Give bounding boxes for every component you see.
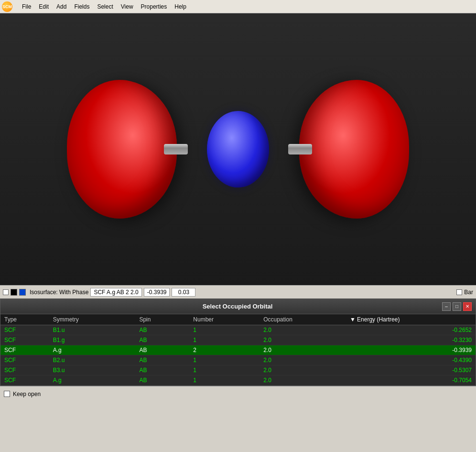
menu-fields[interactable]: Fields [70, 2, 93, 11]
cell-occupation: 2.0 [260, 325, 346, 335]
viewport[interactable] [0, 13, 476, 285]
dialog-titlebar: Select Occupied Orbital – □ ✕ [0, 299, 476, 314]
cell-number: 1 [189, 355, 260, 365]
color-indicator-2 [19, 289, 26, 296]
scf-label: SCF A.g AB 2 2.0 [90, 288, 141, 297]
cell-symmetry: B1.g [49, 335, 136, 345]
cell-spin: AB [135, 355, 189, 365]
isosurface-checkbox[interactable] [3, 289, 9, 295]
color-indicator-1 [11, 289, 17, 296]
cell-energy: -0.3939 [346, 345, 476, 355]
keep-open-label: Keep open [13, 391, 41, 397]
isosurface-label: Isosurface: With Phase [30, 289, 88, 296]
cell-type: SCF [0, 355, 49, 365]
bond-right [288, 144, 312, 154]
bar-checkbox-container: Bar [456, 289, 473, 296]
table-header-row: Type Symmetry Spin Number Occupation ▼ E… [0, 314, 476, 325]
menu-properties[interactable]: Properties [137, 2, 171, 11]
cell-type: SCF [0, 375, 49, 386]
orbital-scene [0, 13, 476, 285]
orbital-lobe-left [67, 80, 177, 219]
scm-logo-icon: SCM [2, 1, 12, 12]
scm-logo: SCM [2, 1, 14, 12]
table-row[interactable]: SCFB2.uAB12.0-0.4390 [0, 355, 476, 365]
menu-add[interactable]: Add [53, 2, 70, 11]
cell-symmetry: A.g [49, 345, 136, 355]
orbital-table-body: SCFB1.uAB12.0-0.2652SCFB1.gAB12.0-0.3230… [0, 325, 476, 386]
orbital-lobe-center [207, 111, 269, 187]
close-button[interactable]: ✕ [463, 302, 472, 311]
col-header-type[interactable]: Type [0, 314, 49, 325]
menu-select[interactable]: Select [93, 2, 117, 11]
bottom-bar: Keep open [0, 386, 476, 401]
cell-type: SCF [0, 365, 49, 375]
col-header-spin[interactable]: Spin [135, 314, 189, 325]
table-row[interactable]: SCFB3.uAB12.0-0.5307 [0, 365, 476, 375]
table-row[interactable]: SCFB1.uAB12.0-0.2652 [0, 325, 476, 335]
cell-number: 1 [189, 325, 260, 335]
cell-symmetry: B2.u [49, 355, 136, 365]
dialog-area: Select Occupied Orbital – □ ✕ Type Symme… [0, 298, 476, 386]
col-header-symmetry[interactable]: Symmetry [49, 314, 136, 325]
status-bar: Isosurface: With Phase SCF A.g AB 2 2.0 … [0, 285, 476, 298]
menu-edit[interactable]: Edit [35, 2, 53, 11]
cell-symmetry: B3.u [49, 365, 136, 375]
cell-type: SCF [0, 325, 49, 335]
cell-number: 1 [189, 335, 260, 345]
cell-spin: AB [135, 345, 189, 355]
bond-left [164, 144, 188, 154]
menu-help[interactable]: Help [171, 2, 190, 11]
energy-value: -0.3939 [144, 288, 170, 297]
cell-spin: AB [135, 375, 189, 386]
cell-symmetry: A.g [49, 375, 136, 386]
cell-type: SCF [0, 345, 49, 355]
cell-energy: -0.2652 [346, 325, 476, 335]
cell-spin: AB [135, 365, 189, 375]
cell-energy: -0.5307 [346, 365, 476, 375]
keep-open-checkbox[interactable] [4, 391, 10, 397]
cell-energy: -0.3230 [346, 335, 476, 345]
minimize-button[interactable]: – [442, 302, 451, 311]
table-row[interactable]: SCFB1.gAB12.0-0.3230 [0, 335, 476, 345]
cell-occupation: 2.0 [260, 355, 346, 365]
cell-spin: AB [135, 335, 189, 345]
cell-number: 1 [189, 375, 260, 386]
menu-bar: SCM File Edit Add Fields Select View Pro… [0, 0, 476, 13]
menu-view[interactable]: View [117, 2, 137, 11]
table-row[interactable]: SCFA.gAB12.0-0.7054 [0, 375, 476, 386]
cell-spin: AB [135, 325, 189, 335]
col-header-occupation[interactable]: Occupation [260, 314, 346, 325]
bar-label: Bar [464, 289, 473, 296]
cell-energy: -0.7054 [346, 375, 476, 386]
cell-number: 1 [189, 365, 260, 375]
table-row[interactable]: SCFA.gAB22.0-0.3939 [0, 345, 476, 355]
dialog-controls: – □ ✕ [442, 302, 472, 311]
col-header-energy[interactable]: ▼ Energy (Hartree) [346, 314, 476, 325]
cell-occupation: 2.0 [260, 375, 346, 386]
maximize-button[interactable]: □ [453, 302, 461, 311]
bar-checkbox[interactable] [456, 289, 462, 295]
cell-energy: -0.4390 [346, 355, 476, 365]
cell-occupation: 2.0 [260, 365, 346, 375]
orbital-lobe-right [299, 80, 409, 219]
cell-number: 2 [189, 345, 260, 355]
dialog-title: Select Occupied Orbital [33, 303, 442, 310]
orbital-table: Type Symmetry Spin Number Occupation ▼ E… [0, 314, 476, 386]
cell-occupation: 2.0 [260, 335, 346, 345]
cell-occupation: 2.0 [260, 345, 346, 355]
cell-symmetry: B1.u [49, 325, 136, 335]
isovalue: 0.03 [172, 288, 195, 297]
menu-file[interactable]: File [18, 2, 35, 11]
col-header-number[interactable]: Number [189, 314, 260, 325]
cell-type: SCF [0, 335, 49, 345]
